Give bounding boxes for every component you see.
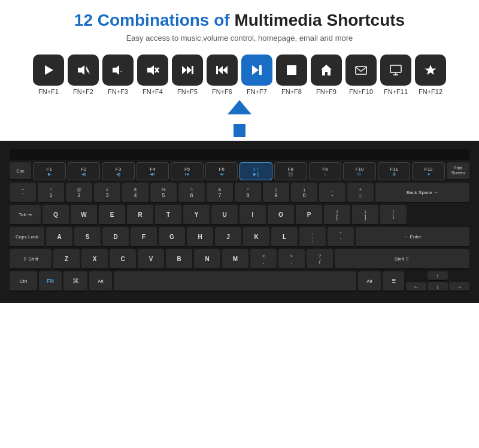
- header-section: 12 Combinations of Multimedia Shortcuts …: [0, 0, 479, 49]
- svg-marker-7: [147, 65, 154, 75]
- key-enter[interactable]: ← Enter: [356, 227, 469, 247]
- key-tilde[interactable]: ~`: [10, 183, 36, 203]
- key-alt-right[interactable]: Alt: [358, 271, 381, 292]
- key-app[interactable]: ☰: [383, 271, 404, 292]
- key-8[interactable]: *8: [235, 183, 261, 203]
- key-f2[interactable]: F2 ◀): [68, 162, 101, 180]
- key-f10[interactable]: F10 ✉: [343, 162, 376, 180]
- key-print-screen[interactable]: PrintScreen: [447, 162, 469, 180]
- key-period[interactable]: >.: [278, 249, 305, 270]
- key-backspace[interactable]: Back Space ←: [375, 183, 469, 203]
- key-backslash[interactable]: |\: [380, 205, 407, 225]
- key-f7[interactable]: F7 ▶||: [240, 162, 272, 180]
- key-caps-lock[interactable]: Caps Lock: [10, 227, 44, 247]
- key-1[interactable]: !1: [38, 183, 64, 203]
- key-u[interactable]: U: [211, 205, 238, 225]
- key-arrow-up[interactable]: ↑: [428, 271, 448, 281]
- key-2[interactable]: @2: [66, 183, 92, 203]
- qwerty-row: Tab ⇥ Q W E R T Y U I O P {[ }] |\: [10, 205, 469, 225]
- key-f[interactable]: F: [131, 227, 157, 247]
- key-h[interactable]: H: [187, 227, 213, 247]
- key-n[interactable]: N: [194, 249, 220, 270]
- key-0[interactable]: )0: [291, 183, 317, 203]
- key-semicolon[interactable]: :;: [299, 227, 326, 247]
- shortcut-fn-f7: FN+F7: [241, 55, 272, 95]
- key-l[interactable]: L: [271, 227, 298, 247]
- shortcuts-row: FN+F1 + FN+F2 - FN+F3 FN+F4 FN+F5 FN+F6: [0, 49, 479, 98]
- key-alt-left[interactable]: Alt: [89, 271, 112, 292]
- key-shift-left[interactable]: ⇧ Shift: [10, 249, 51, 270]
- key-arrow-left[interactable]: ←: [406, 282, 426, 292]
- fn-f5-label: FN+F5: [177, 88, 198, 95]
- key-f6[interactable]: F6 ⏮: [205, 162, 238, 180]
- key-f11[interactable]: F11 🖥: [378, 162, 411, 180]
- key-a[interactable]: A: [46, 227, 72, 247]
- fn-f1-label: FN+F1: [38, 88, 59, 95]
- key-cmd-left[interactable]: ⌘: [63, 271, 87, 292]
- shortcut-fn-f8: FN+F8: [276, 55, 307, 95]
- key-tab[interactable]: Tab ⇥: [10, 205, 41, 225]
- key-3[interactable]: #3: [94, 183, 120, 203]
- fn-f9-icon: [311, 55, 342, 86]
- key-fn-blue[interactable]: FN: [39, 271, 62, 292]
- key-ctrl-left[interactable]: Ctrl: [10, 271, 37, 292]
- key-w[interactable]: W: [71, 205, 97, 225]
- key-c[interactable]: C: [110, 249, 136, 270]
- key-shift-right[interactable]: Shift ⇧: [335, 249, 469, 270]
- key-5[interactable]: %5: [150, 183, 177, 203]
- key-t[interactable]: T: [155, 205, 181, 225]
- key-esc[interactable]: Esc: [10, 162, 31, 180]
- key-arrow-right[interactable]: →: [449, 282, 469, 292]
- key-rbracket[interactable]: }]: [352, 205, 378, 225]
- key-g[interactable]: G: [159, 227, 185, 247]
- svg-rect-21: [390, 65, 401, 72]
- key-f8[interactable]: F8 ⬛: [274, 162, 307, 180]
- key-o[interactable]: O: [268, 205, 294, 225]
- key-arrow-down[interactable]: ↓: [428, 282, 448, 292]
- key-m[interactable]: M: [222, 249, 248, 270]
- key-quote[interactable]: "': [328, 227, 354, 247]
- page-title: 12 Combinations of Multimedia Shortcuts: [12, 11, 467, 30]
- key-4[interactable]: $4: [122, 183, 148, 203]
- fn-f4-icon: [137, 55, 168, 86]
- fn-f3-label: FN+F3: [108, 88, 128, 95]
- svg-rect-12: [192, 66, 193, 74]
- key-minus[interactable]: _-: [319, 183, 345, 203]
- key-equals[interactable]: +=: [347, 183, 374, 203]
- svg-marker-19: [321, 65, 332, 75]
- key-f5[interactable]: F5 ⏭: [171, 162, 204, 180]
- key-k[interactable]: K: [243, 227, 269, 247]
- key-i[interactable]: I: [240, 205, 266, 225]
- key-f9[interactable]: F9 ⌂: [309, 162, 342, 180]
- key-q[interactable]: Q: [43, 205, 69, 225]
- key-z[interactable]: Z: [53, 249, 80, 270]
- key-space[interactable]: [114, 271, 356, 292]
- key-x[interactable]: X: [81, 249, 108, 270]
- key-7[interactable]: &7: [207, 183, 233, 203]
- fn-f7-label: FN+F7: [247, 88, 267, 95]
- key-comma[interactable]: <,: [250, 249, 277, 270]
- fn-f11-icon: [380, 55, 411, 86]
- key-9[interactable]: (9: [263, 183, 289, 203]
- key-f4[interactable]: F4 ◀×: [137, 162, 169, 180]
- key-slash[interactable]: ?/: [307, 249, 333, 270]
- svg-marker-16: [252, 65, 259, 75]
- key-s[interactable]: S: [74, 227, 101, 247]
- key-e[interactable]: E: [99, 205, 125, 225]
- key-f12[interactable]: F12 ★: [412, 162, 445, 180]
- fn-f7-icon: [241, 55, 272, 86]
- key-v[interactable]: V: [138, 249, 164, 270]
- key-j[interactable]: J: [215, 227, 241, 247]
- key-f1[interactable]: F1 ▶: [33, 162, 66, 180]
- shortcut-fn-f9: FN+F9: [311, 55, 342, 95]
- key-lbracket[interactable]: {[: [324, 205, 350, 225]
- key-r[interactable]: R: [127, 205, 153, 225]
- key-d[interactable]: D: [102, 227, 129, 247]
- key-6[interactable]: ^6: [178, 183, 205, 203]
- keyboard-top-bar: [10, 149, 469, 160]
- key-f3[interactable]: F3 ◀): [102, 162, 135, 180]
- key-b[interactable]: B: [166, 249, 192, 270]
- key-p[interactable]: P: [296, 205, 322, 225]
- key-y[interactable]: Y: [183, 205, 210, 225]
- bottom-row: Ctrl FN ⌘ Alt Alt ☰ ↑ ←: [10, 271, 469, 292]
